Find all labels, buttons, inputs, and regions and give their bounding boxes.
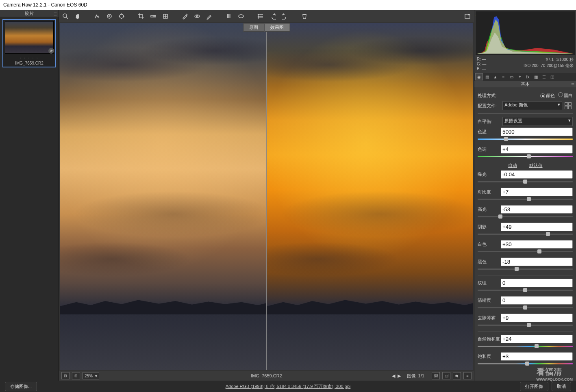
undo-icon[interactable]	[269, 12, 277, 20]
highlights-slider[interactable]	[478, 214, 573, 219]
clarity-value[interactable]	[501, 296, 573, 305]
zoom-select[interactable]: 25% ▾	[83, 372, 99, 379]
spot-removal-tool-icon[interactable]	[181, 12, 189, 20]
whites-value[interactable]	[501, 240, 573, 249]
texture-slider[interactable]	[478, 288, 573, 292]
dehaze-slider[interactable]	[478, 323, 573, 327]
split-tab-after[interactable]: 效果图	[264, 23, 290, 32]
default-link[interactable]: 默认值	[529, 162, 543, 169]
white-balance-tool-icon[interactable]	[93, 12, 101, 20]
svg-point-18	[196, 15, 198, 17]
next-image-icon[interactable]: ▶	[398, 373, 401, 379]
svg-point-0	[63, 14, 67, 17]
tab-curve-icon[interactable]: ▤	[483, 73, 491, 80]
texture-value[interactable]	[501, 279, 573, 287]
tint-slider[interactable]	[478, 154, 573, 158]
tab-fx-icon[interactable]: fx	[524, 73, 532, 80]
panel-tabstrip: ◉ ▤ ▲ ≡ ▭ ⌖ fx ▦ ☰ ◫	[474, 73, 576, 81]
trash-icon[interactable]	[300, 12, 309, 20]
tab-snapshots-icon[interactable]: ◫	[548, 73, 556, 80]
saturation-value[interactable]	[501, 352, 573, 361]
treatment-color-radio[interactable]: 颜色	[540, 93, 555, 99]
preview-after	[266, 23, 473, 370]
clarity-slider[interactable]	[478, 305, 573, 310]
split-tab-before[interactable]: 原图	[243, 23, 264, 32]
tab-hsl-icon[interactable]: ≡	[500, 73, 507, 80]
redo-icon[interactable]	[281, 12, 289, 20]
open-image-button[interactable]: 打开图像	[520, 382, 548, 391]
whites-label: 白色	[478, 241, 501, 247]
dehaze-value[interactable]	[501, 314, 573, 322]
blacks-label: 黑色	[478, 259, 501, 265]
red-eye-tool-icon[interactable]	[193, 12, 201, 20]
texture-label: 纹理	[478, 280, 501, 286]
fit-plus-icon[interactable]: ⊞	[72, 372, 80, 379]
contrast-slider[interactable]	[478, 197, 573, 201]
workflow-link[interactable]: Adobe RGB (1998); 8 位; 5184 x 3456 (17.9…	[226, 383, 351, 390]
vibrance-label: 自然饱和度	[478, 336, 501, 342]
svg-point-26	[258, 17, 259, 18]
highlights-label: 高光	[478, 206, 501, 212]
preview-area[interactable]: 原图 效果图	[60, 23, 473, 370]
vibrance-slider[interactable]	[478, 344, 573, 348]
target-adjustment-tool-icon[interactable]	[117, 12, 126, 20]
graduated-filter-tool-icon[interactable]	[225, 12, 233, 20]
tab-split-icon[interactable]: ▭	[508, 73, 515, 80]
thumbnail-settings-badge[interactable]: ⟳	[48, 48, 54, 54]
radial-filter-tool-icon[interactable]	[237, 12, 245, 20]
panel-title: 基本 ☰	[474, 81, 576, 87]
exposure-slider[interactable]	[478, 180, 573, 184]
zoom-tool-icon[interactable]	[61, 12, 70, 20]
treatment-bw-radio[interactable]: 黑白	[558, 92, 573, 99]
prev-image-icon[interactable]: ◀	[392, 373, 395, 379]
profile-browser-icon[interactable]	[565, 102, 573, 109]
wb-label: 白平衡:	[478, 119, 500, 125]
tab-lens-icon[interactable]: ⌖	[516, 73, 524, 80]
tab-calib-icon[interactable]: ▦	[532, 73, 540, 80]
tab-detail-icon[interactable]: ▲	[491, 73, 499, 80]
panel-menu-icon[interactable]: ☰	[571, 82, 574, 88]
exposure-value[interactable]	[501, 170, 573, 179]
contrast-value[interactable]	[501, 188, 573, 196]
tab-basic-icon[interactable]: ◉	[475, 73, 483, 80]
fit-minus-icon[interactable]: ⊟	[61, 372, 70, 379]
saturation-slider[interactable]	[478, 362, 573, 366]
temp-slider[interactable]	[478, 137, 573, 141]
tint-value[interactable]	[501, 145, 573, 154]
temp-value[interactable]	[501, 128, 573, 136]
cancel-button[interactable]: 取消	[552, 382, 571, 391]
compare-mode-2-icon[interactable]: ⿳	[442, 372, 450, 379]
hand-tool-icon[interactable]	[74, 12, 82, 20]
filmstrip-header: 胶片 ☰	[0, 10, 59, 17]
fullscreen-icon[interactable]	[463, 12, 472, 20]
blacks-value[interactable]	[501, 258, 573, 266]
svg-line-1	[66, 17, 68, 19]
thumbnail-selected[interactable]: ⟳ · · · · · IMG_7659.CR2	[2, 19, 56, 67]
highlights-value[interactable]	[501, 205, 573, 214]
shadows-value[interactable]	[501, 223, 573, 231]
tab-presets-icon[interactable]: ☰	[540, 73, 548, 80]
whites-slider[interactable]	[478, 249, 573, 253]
color-sampler-tool-icon[interactable]	[105, 12, 113, 20]
transform-tool-icon[interactable]	[161, 12, 170, 20]
image-filename: IMG_7659.CR2	[251, 373, 282, 378]
svg-point-2	[107, 14, 111, 18]
settings-sliders-icon[interactable]: ≡	[463, 372, 472, 379]
crop-tool-icon[interactable]	[137, 12, 145, 20]
shadows-slider[interactable]	[478, 232, 573, 236]
compare-mode-1-icon[interactable]: ⿲	[432, 372, 440, 379]
adjustment-brush-tool-icon[interactable]	[205, 12, 213, 20]
filmstrip-menu-icon[interactable]: ☰	[54, 11, 57, 17]
image-counter-label: 图像	[407, 373, 416, 379]
auto-link[interactable]: 自动	[508, 162, 517, 169]
histogram[interactable]	[476, 11, 575, 55]
blacks-slider[interactable]	[478, 267, 573, 271]
vibrance-value[interactable]	[501, 335, 573, 343]
wb-select[interactable]: 原照设置▾	[502, 117, 573, 126]
save-image-button[interactable]: 存储图像...	[5, 382, 37, 391]
thumbnail-rating-dots[interactable]: · · · · ·	[20, 55, 39, 60]
list-view-icon[interactable]	[256, 12, 265, 20]
straighten-tool-icon[interactable]	[149, 12, 157, 20]
profile-select[interactable]: Adobe 颜色▾	[502, 101, 562, 110]
compare-swap-icon[interactable]: ⇆	[453, 372, 461, 379]
